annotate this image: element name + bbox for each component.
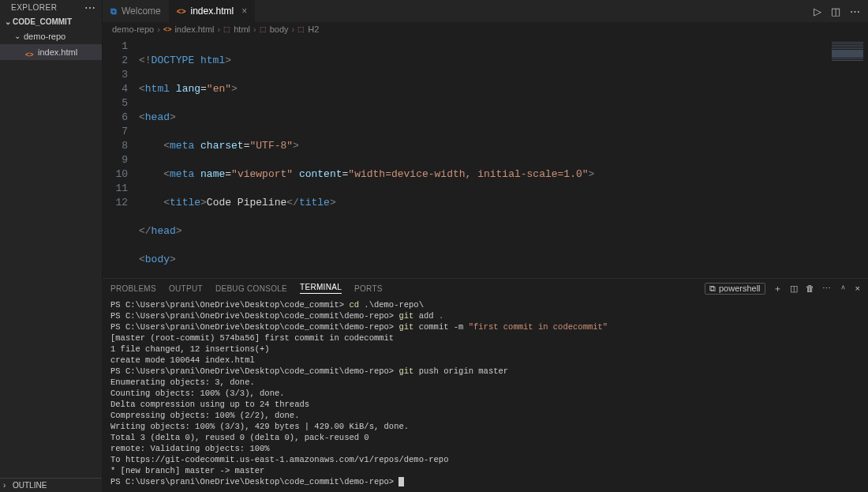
panel-tabs: PROBLEMS OUTPUT DEBUG CONSOLE TERMINAL P…	[103, 279, 868, 298]
html-file-icon: <>	[163, 25, 172, 33]
line-number: 2	[103, 54, 128, 68]
chevron-down-icon: ⌄	[14, 30, 24, 43]
chevron-right-icon: ›	[292, 24, 295, 34]
chevron-right-icon: ›	[253, 24, 256, 34]
new-terminal-icon[interactable]: ＋	[773, 283, 782, 295]
crumb-file[interactable]: <>index.html	[163, 24, 215, 34]
crumb-html[interactable]: ⬚html	[223, 24, 250, 34]
run-icon[interactable]: ▷	[814, 6, 821, 17]
crumb-h2[interactable]: ⬚H2	[297, 24, 319, 34]
section-label: CODE_COMMIT	[13, 17, 72, 26]
tab-problems[interactable]: PROBLEMS	[110, 284, 156, 293]
code-content[interactable]: <!DOCTYPE html> <html lang="en"> <head> …	[139, 36, 827, 278]
chevron-right-icon: ›	[3, 481, 13, 490]
chevron-down-icon: ⌄	[3, 17, 13, 26]
symbol-icon: ⬚	[260, 25, 267, 33]
terminal-panel: PROBLEMS OUTPUT DEBUG CONSOLE TERMINAL P…	[103, 278, 868, 492]
symbol-icon: ⬚	[223, 25, 230, 33]
line-number: 4	[103, 82, 128, 96]
minimap[interactable]	[827, 36, 868, 278]
line-gutter: 1 2 3 4 5 6 7 8 9 10 11 12	[103, 36, 139, 278]
line-number: 8	[103, 139, 128, 153]
symbol-icon: ⬚	[297, 25, 305, 33]
maximize-icon[interactable]: ＾	[839, 283, 847, 295]
shell-label: powershell	[719, 284, 761, 293]
line-number: 1	[103, 39, 128, 54]
powershell-icon: ⧉	[709, 284, 716, 294]
vscode-icon: ⧉	[110, 6, 117, 17]
split-terminal-icon[interactable]: ◫	[790, 284, 798, 294]
tab-welcome-label: Welcome	[122, 6, 161, 17]
tab-index-html-label: index.html	[190, 6, 234, 17]
section-outline[interactable]: › OUTLINE	[0, 478, 102, 492]
main-column: ⧉ Welcome <> index.html × ▷ ◫ ⋯ demo-rep…	[103, 0, 868, 492]
line-number: 10	[103, 167, 128, 182]
crumb-label: H2	[308, 24, 319, 34]
more-icon[interactable]: ⋯	[850, 6, 860, 17]
split-editor-icon[interactable]: ◫	[831, 6, 840, 17]
explorer-more-icon[interactable]: ⋯	[84, 4, 96, 12]
chevron-right-icon: ›	[218, 24, 221, 34]
crumb-label: index.html	[174, 24, 214, 34]
explorer-title: EXPLORER	[11, 3, 57, 12]
html-file-icon: <>	[25, 48, 35, 56]
tab-welcome[interactable]: ⧉ Welcome	[103, 0, 169, 22]
crumb-label: body	[270, 24, 289, 34]
explorer-sidebar: EXPLORER ⋯ ⌄ CODE_COMMIT ⌄ demo-repo <> …	[0, 0, 103, 492]
crumb-label: demo-repo	[112, 24, 154, 34]
chevron-right-icon: ›	[157, 24, 160, 34]
line-number: 6	[103, 111, 128, 125]
line-number: 12	[103, 196, 128, 210]
section-code-commit[interactable]: ⌄ CODE_COMMIT	[0, 15, 102, 28]
close-panel-icon[interactable]: ×	[855, 284, 860, 293]
line-number: 11	[103, 182, 128, 196]
line-number: 5	[103, 96, 128, 111]
file-index-html[interactable]: <> index.html	[0, 44, 102, 60]
tab-index-html[interactable]: <> index.html ×	[169, 0, 255, 22]
tab-debug-console[interactable]: DEBUG CONSOLE	[215, 284, 287, 293]
crumb-body[interactable]: ⬚body	[260, 24, 289, 34]
file-label: index.html	[38, 46, 77, 58]
outline-label: OUTLINE	[13, 481, 47, 490]
crumb-folder[interactable]: demo-repo	[112, 24, 154, 34]
more-icon[interactable]: ⋯	[822, 284, 831, 294]
line-number: 7	[103, 125, 128, 139]
terminal-output[interactable]: PS C:\Users\prani\OneDrive\Desktop\code_…	[103, 298, 868, 492]
line-number: 9	[103, 153, 128, 167]
kill-terminal-icon[interactable]: 🗑	[806, 284, 814, 293]
tab-ports[interactable]: PORTS	[354, 284, 383, 293]
breadcrumb: demo-repo › <>index.html › ⬚html › ⬚body…	[103, 22, 868, 36]
html-file-icon: <>	[177, 7, 186, 16]
crumb-label: html	[234, 24, 250, 34]
tab-terminal[interactable]: TERMINAL	[300, 283, 342, 294]
folder-label: demo-repo	[24, 30, 65, 43]
terminal-cursor	[398, 477, 404, 486]
editor-tabs: ⧉ Welcome <> index.html × ▷ ◫ ⋯	[103, 0, 868, 22]
code-editor[interactable]: 1 2 3 4 5 6 7 8 9 10 11 12 <!DOCTYPE htm…	[103, 36, 868, 278]
folder-demo-repo[interactable]: ⌄ demo-repo	[0, 28, 102, 44]
close-icon[interactable]: ×	[241, 6, 247, 17]
line-number: 3	[103, 68, 128, 82]
shell-selector[interactable]: ⧉powershell	[705, 283, 765, 295]
tab-output[interactable]: OUTPUT	[169, 284, 203, 293]
